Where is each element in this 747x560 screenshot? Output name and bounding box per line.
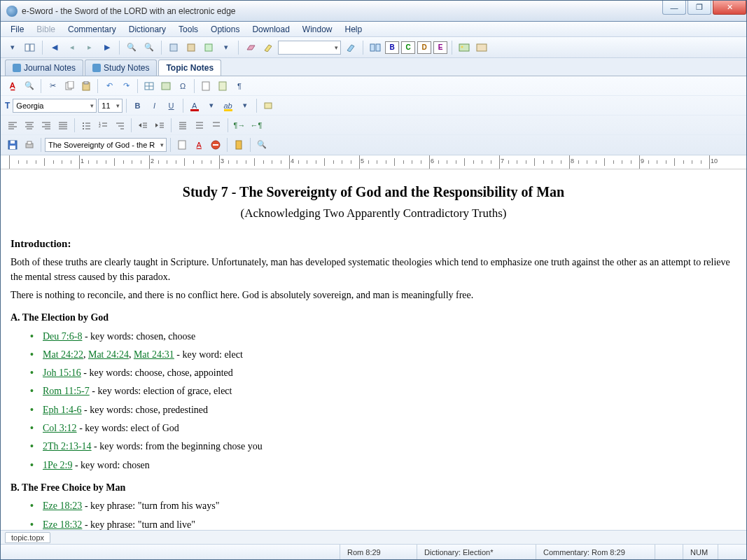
linespacing3-button[interactable] [209,118,224,133]
copy-icon[interactable] [62,78,77,94]
maximize-button[interactable]: ❐ [687,1,711,15]
font-name-combo[interactable]: Georgia [13,99,97,113]
spellcheck-icon[interactable]: A̲ [5,78,20,94]
letter-b-button[interactable]: B [385,41,399,54]
multilevel-list-button[interactable] [112,118,127,133]
page-icon[interactable] [198,78,214,94]
underline-button[interactable]: U [164,98,179,113]
tab-label: Journal Notes [24,63,76,73]
cut-icon[interactable]: ✂ [45,78,60,94]
linespacing1-button[interactable] [175,118,190,133]
brush-icon[interactable] [343,40,358,55]
letter-e-button[interactable]: E [433,41,447,54]
tool4-icon[interactable]: ▾ [218,40,234,55]
tool2-icon[interactable] [183,40,199,55]
font-color-button[interactable]: A [187,98,202,113]
save-icon[interactable] [5,137,20,153]
redo-icon[interactable]: ↷ [118,78,134,94]
align-justify-button[interactable] [55,118,71,133]
delete-icon[interactable] [208,137,223,153]
tool3-icon[interactable] [201,40,216,55]
scripture-link[interactable]: Rom 11:5-7 [43,386,90,396]
table-icon[interactable] [141,78,157,94]
tab-topic-notes[interactable]: Topic Notes [158,59,221,76]
bullet-list-button[interactable] [78,118,94,133]
symbol-icon[interactable]: Ω [175,78,190,94]
map-icon[interactable] [474,40,489,55]
scripture-link[interactable]: Mat 24:22 [43,349,83,360]
close-button[interactable]: ✕ [713,1,746,15]
scripture-link[interactable]: Deu 7:6-8 [43,331,82,342]
menu-window[interactable]: Window [297,23,338,36]
italic-button[interactable]: I [147,98,162,113]
document-content[interactable]: Study 7 - The Sovereignty of God and the… [1,169,746,530]
highlight-color-dropdown[interactable]: ▾ [237,98,253,113]
nav-back-button[interactable]: ◀ [47,40,62,55]
dropdown-button[interactable]: ▾ [5,40,20,55]
paste-icon[interactable] [78,78,94,94]
pilcrow-icon[interactable]: ¶ [232,78,247,94]
tab-study-notes[interactable]: Study Notes [85,59,157,76]
menu-options[interactable]: Options [205,23,245,36]
menu-file[interactable]: File [5,23,29,36]
new-page-icon[interactable] [174,137,190,153]
book-icon[interactable] [22,40,38,55]
scripture-link[interactable]: 2Th 2:13-14 [43,441,92,451]
status-empty [1,545,340,559]
zoom-icon[interactable]: 🔍 [254,137,270,153]
scripture-link[interactable]: Joh 15:16 [43,368,81,378]
rename-icon[interactable]: A [191,137,207,153]
find-icon[interactable]: 🔍 [22,78,37,94]
letter-d-button[interactable]: D [417,41,431,54]
font-color-dropdown[interactable]: ▾ [204,98,219,113]
combo-main[interactable] [278,41,341,55]
highlighter-icon[interactable] [260,40,276,55]
scripture-link[interactable]: 1Pe 2:9 [43,460,72,470]
note-icon[interactable] [215,78,230,94]
number-list-button[interactable]: 12 [95,118,111,133]
clear-format-icon[interactable] [260,98,276,113]
align-left-button[interactable] [5,118,20,133]
scripture-link[interactable]: Eze 18:32 [43,519,82,530]
nav-fwd-small[interactable]: ▸ [82,40,97,55]
image-icon[interactable] [456,40,472,55]
ltr-button[interactable]: ¶→ [232,118,247,133]
window-split-icon[interactable] [368,40,383,55]
scripture-link[interactable]: Mat 24:24 [88,349,129,360]
scripture-link[interactable]: Eze 18:23 [43,500,82,511]
menu-help[interactable]: Help [340,23,368,36]
binoculars2-icon[interactable]: 🔍 [141,40,157,55]
scripture-link[interactable]: Mat 24:31 [134,349,174,360]
menu-dictionary[interactable]: Dictionary [123,23,172,36]
svg-rect-4 [205,44,212,51]
indent-button[interactable] [152,118,167,133]
tab-journal-notes[interactable]: Journal Notes [5,59,83,76]
undo-icon[interactable]: ↶ [102,78,117,94]
eraser-icon[interactable] [243,40,258,55]
insert-image-icon[interactable] [158,78,174,94]
linespacing2-button[interactable] [192,118,207,133]
tool1-icon[interactable] [166,40,181,55]
menu-commentary[interactable]: Commentary [62,23,122,36]
print-icon[interactable] [22,137,37,153]
minimize-button[interactable]: — [662,1,686,15]
align-right-button[interactable] [39,118,54,133]
topic-selector[interactable]: The Sovereignty of God - the R [45,138,167,152]
binoculars-icon[interactable]: 🔍 [124,40,139,55]
nav-fwd-button[interactable]: ▶ [99,40,115,55]
menu-download[interactable]: Download [246,23,295,36]
bottom-tab[interactable]: topic.topx [5,532,50,543]
menu-tools[interactable]: Tools [173,23,204,36]
align-center-button[interactable] [22,118,37,133]
outdent-button[interactable] [135,118,151,133]
scripture-link[interactable]: Eph 1:4-6 [43,405,82,415]
font-size-combo[interactable]: 11 [98,99,122,113]
letter-c-button[interactable]: C [401,41,415,54]
nav-back-small[interactable]: ◂ [64,40,80,55]
bookmark-icon[interactable] [231,137,246,153]
rtl-button[interactable]: ←¶ [249,118,264,133]
bold-button[interactable]: B [130,98,146,113]
scripture-link[interactable]: Col 3:12 [43,423,77,433]
highlight-color-button[interactable]: ab [221,98,236,113]
svg-rect-16 [84,81,88,84]
